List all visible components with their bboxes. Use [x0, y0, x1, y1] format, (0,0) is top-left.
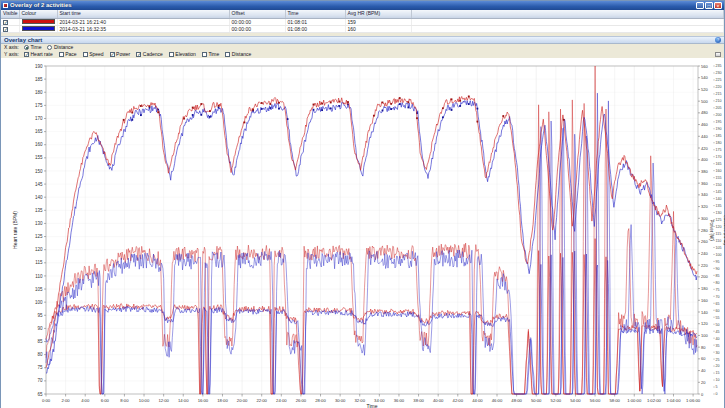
x-axis-radio-time[interactable]: Time: [24, 44, 41, 50]
svg-text:230: 230: [716, 71, 722, 75]
series-marker: [313, 103, 315, 105]
svg-text:180: 180: [716, 141, 722, 145]
svg-text:190: 190: [716, 127, 722, 131]
svg-text:6:00: 6:00: [101, 397, 110, 402]
y-axis-checkbox-heart-rate[interactable]: Heart rate: [24, 51, 53, 57]
series-marker: [200, 114, 202, 116]
series-marker: [287, 118, 289, 120]
help-icon[interactable]: ?: [715, 37, 721, 43]
svg-text:135: 135: [716, 204, 722, 208]
svg-text:45: 45: [716, 329, 720, 333]
svg-text:46:00: 46:00: [492, 397, 503, 402]
title-bar[interactable]: Overlay of 2 activities _ □ ×: [1, 1, 724, 10]
svg-text:52:00: 52:00: [551, 397, 562, 402]
svg-text:200: 200: [716, 113, 722, 117]
minimize-button[interactable]: _: [696, 2, 704, 9]
svg-text:115: 115: [716, 232, 722, 236]
table-row[interactable]: 2014-03-21 16:32:35 00:00:00 01:08:00 16…: [1, 25, 724, 32]
svg-text:40:00: 40:00: [433, 397, 444, 402]
svg-text:120: 120: [716, 225, 722, 229]
svg-text:165: 165: [35, 129, 43, 134]
time-axis-title: Time: [367, 403, 378, 408]
svg-text:260: 260: [701, 239, 708, 244]
svg-text:225: 225: [716, 78, 722, 82]
svg-text:160: 160: [35, 142, 43, 147]
svg-text:140: 140: [701, 309, 708, 314]
svg-text:185: 185: [35, 77, 43, 82]
time-cell: 01:08:00: [285, 25, 345, 32]
series-marker: [407, 106, 409, 108]
series-marker: [476, 121, 478, 123]
svg-text:2:00: 2:00: [62, 397, 71, 402]
start-time-cell: 2014-03-21 16:21:40: [57, 18, 229, 25]
avg-hr-cell: 159: [345, 18, 411, 25]
series-marker: [192, 114, 194, 116]
colour-swatch[interactable]: [22, 19, 55, 24]
svg-text:220: 220: [701, 262, 708, 267]
maximize-button[interactable]: □: [705, 2, 713, 9]
col-header-visible[interactable]: Visible: [1, 10, 19, 18]
y-axis-checkbox-speed[interactable]: Speed: [83, 51, 104, 57]
y-axis-checkbox-time[interactable]: Time: [202, 51, 219, 57]
y-axis-checkbox-cadence[interactable]: Cadence: [136, 51, 163, 57]
col-header-start-time[interactable]: Start time: [57, 10, 229, 18]
window-title: Overlay of 2 activities: [10, 1, 696, 10]
series-marker: [373, 115, 375, 117]
overlay-chart-svg[interactable]: 6570758085909510010511011512012513013514…: [1, 58, 725, 408]
series-marker: [563, 119, 565, 121]
y-axis-checkbox-elevation[interactable]: Elevation: [169, 51, 196, 57]
svg-text:40: 40: [701, 368, 706, 373]
y-axis-checkbox-power[interactable]: Power: [110, 51, 131, 57]
svg-text:110: 110: [35, 273, 43, 278]
svg-text:90: 90: [37, 326, 43, 331]
svg-text:30:00: 30:00: [335, 397, 346, 402]
series-marker: [209, 110, 211, 112]
visible-checkbox[interactable]: [3, 27, 8, 32]
plot-area[interactable]: [46, 66, 698, 394]
svg-text:5: 5: [716, 385, 718, 389]
svg-text:175: 175: [716, 148, 722, 152]
col-header-offset[interactable]: Offset: [229, 10, 285, 18]
svg-text:155: 155: [716, 176, 722, 180]
svg-text:185: 185: [716, 134, 722, 138]
series-marker: [416, 117, 418, 119]
svg-text:85: 85: [37, 339, 43, 344]
y-axis-checkbox-pace[interactable]: Pace: [59, 51, 77, 57]
svg-text:480: 480: [701, 110, 708, 115]
svg-text:25: 25: [716, 357, 720, 361]
colour-swatch[interactable]: [22, 26, 55, 31]
visible-checkbox[interactable]: [3, 20, 8, 25]
series-marker: [278, 108, 280, 110]
export-chart-icon[interactable]: [715, 52, 721, 57]
svg-text:1:00:00: 1:00:00: [627, 397, 642, 402]
y-axis-checkbox-distance[interactable]: Distance: [225, 51, 251, 57]
svg-text:80: 80: [716, 281, 720, 285]
col-header-avg-hr[interactable]: Avg HR (BPM): [345, 10, 411, 18]
svg-text:60: 60: [716, 308, 720, 312]
svg-text:36:00: 36:00: [394, 397, 405, 402]
table-row[interactable]: 2014-03-21 16:21:40 00:00:00 01:08:01 15…: [1, 18, 724, 25]
series-marker: [442, 107, 444, 109]
x-axis-radio-distance[interactable]: Distance: [47, 44, 73, 50]
col-header-colour[interactable]: Colour: [19, 10, 57, 18]
svg-text:175: 175: [35, 103, 43, 108]
svg-text:540: 540: [701, 75, 708, 80]
svg-text:460: 460: [701, 122, 708, 127]
close-button[interactable]: ×: [714, 2, 722, 9]
series-marker: [390, 108, 392, 110]
table-header-row: Visible Colour Start time Offset Time Av…: [1, 10, 724, 18]
power-axis-title: Power (W): [709, 219, 714, 241]
svg-text:90: 90: [716, 267, 720, 271]
col-header-time[interactable]: Time: [285, 10, 345, 18]
series-marker: [261, 102, 263, 104]
svg-text:10:00: 10:00: [139, 397, 150, 402]
start-time-cell: 2014-03-21 16:32:35: [57, 25, 229, 32]
series-marker: [347, 101, 349, 103]
series-marker: [269, 103, 271, 105]
svg-text:160: 160: [716, 169, 722, 173]
series-marker: [338, 105, 340, 107]
svg-text:130: 130: [716, 211, 722, 215]
svg-text:420: 420: [701, 145, 708, 150]
svg-text:42:00: 42:00: [453, 397, 464, 402]
svg-text:95: 95: [37, 313, 43, 318]
